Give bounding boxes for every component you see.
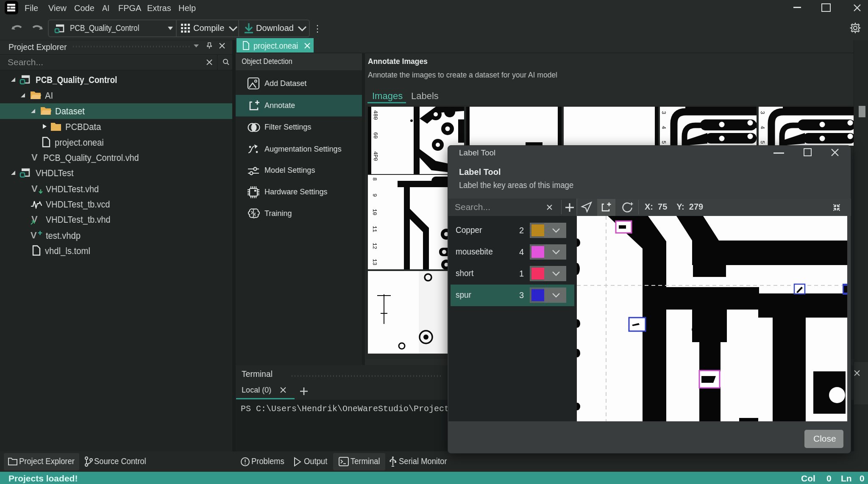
svg-text:13: 13 (371, 259, 378, 266)
svg-text:5: 5 (759, 141, 765, 144)
svg-text:60: 60 (372, 132, 378, 139)
svg-text:11: 11 (371, 226, 378, 232)
svg-text:4: 4 (660, 126, 667, 129)
svg-text:3: 3 (759, 111, 765, 114)
svg-text:480: 480 (372, 110, 378, 120)
svg-text:12: 12 (371, 243, 378, 249)
svg-text:8: 8 (371, 177, 378, 181)
svg-text:3: 3 (660, 111, 667, 114)
svg-text:4P0: 4P0 (372, 151, 378, 161)
svg-text:5: 5 (660, 141, 667, 144)
svg-text:10: 10 (371, 209, 378, 216)
svg-text:9: 9 (371, 194, 378, 197)
svg-text:4: 4 (759, 126, 765, 129)
